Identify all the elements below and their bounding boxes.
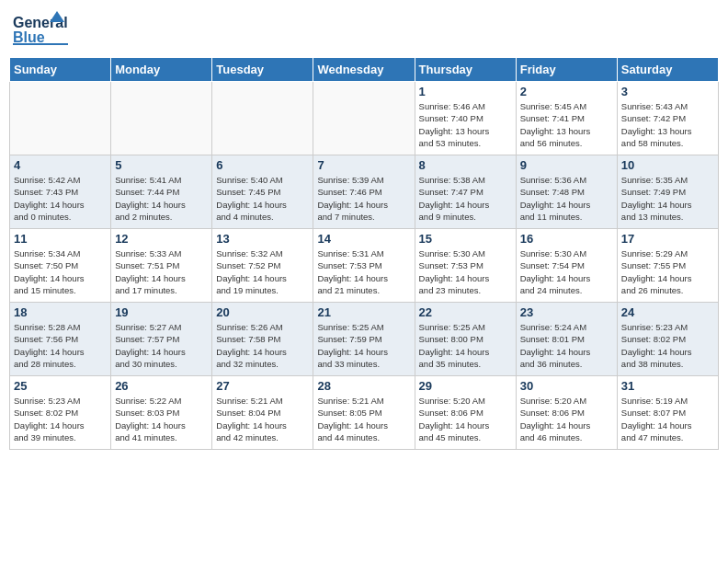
day-info-line: and 0 minutes. [14,212,71,222]
calendar-day-cell: 15Sunrise: 5:30 AMSunset: 7:53 PMDayligh… [415,229,516,303]
day-info-line: and 45 minutes. [419,432,482,442]
weekday-header-friday: Friday [516,58,617,82]
day-number: 8 [419,158,512,172]
day-info-line: Sunset: 8:00 PM [419,334,483,344]
day-info-line: Sunset: 8:02 PM [621,334,686,344]
day-info-line: Daylight: 14 hours [115,347,186,357]
day-info: Sunrise: 5:33 AMSunset: 7:51 PMDaylight:… [115,247,208,296]
day-info-line: Daylight: 14 hours [216,347,287,357]
day-info: Sunrise: 5:38 AMSunset: 7:47 PMDaylight:… [419,174,512,223]
day-info-line: Daylight: 14 hours [520,200,591,210]
day-info-line: Sunrise: 5:21 AM [216,396,282,406]
day-number: 29 [419,379,512,393]
day-info-line: Daylight: 14 hours [419,200,490,210]
day-info-line: and 30 minutes. [115,359,177,369]
calendar-day-cell: 18Sunrise: 5:28 AMSunset: 7:56 PMDayligh… [10,303,111,376]
day-info-line: Sunrise: 5:43 AM [621,101,688,111]
day-info-line: Sunset: 7:54 PM [520,260,585,270]
day-info: Sunrise: 5:25 AMSunset: 7:59 PMDaylight:… [317,321,410,370]
day-info-line: and 36 minutes. [520,359,583,369]
day-info-line: and 19 minutes. [216,285,279,295]
day-info-line: Sunset: 7:45 PM [216,187,280,197]
calendar-day-cell: 3Sunrise: 5:43 AMSunset: 7:42 PMDaylight… [617,82,718,155]
day-info-line: Daylight: 14 hours [115,273,186,283]
day-info-line: Daylight: 14 hours [216,420,287,431]
calendar-week-2: 4Sunrise: 5:42 AMSunset: 7:43 PMDaylight… [10,155,719,229]
day-info-line: Sunrise: 5:25 AM [419,322,485,332]
day-number: 10 [621,158,714,172]
calendar-day-cell: 6Sunrise: 5:40 AMSunset: 7:45 PMDaylight… [212,155,313,229]
day-number: 26 [115,379,208,393]
day-info-line: Sunset: 8:02 PM [14,408,78,418]
day-info-line: Daylight: 14 hours [621,200,692,210]
day-info-line: Daylight: 14 hours [14,347,85,357]
day-info: Sunrise: 5:36 AMSunset: 7:48 PMDaylight:… [520,174,613,223]
weekday-header-thursday: Thursday [415,58,516,82]
day-info-line: Sunrise: 5:21 AM [317,396,383,406]
calendar-day-cell: 27Sunrise: 5:21 AMSunset: 8:04 PMDayligh… [212,376,313,450]
calendar-day-cell: 5Sunrise: 5:41 AMSunset: 7:44 PMDaylight… [111,155,212,229]
day-info-line: Sunrise: 5:29 AM [621,248,688,259]
calendar-week-3: 11Sunrise: 5:34 AMSunset: 7:50 PMDayligh… [10,229,719,303]
calendar-day-cell: 12Sunrise: 5:33 AMSunset: 7:51 PMDayligh… [111,229,212,303]
day-info-line: Daylight: 14 hours [419,273,490,283]
day-info-line: and 53 minutes. [419,138,482,148]
day-info-line: Sunrise: 5:23 AM [14,396,80,406]
day-info-line: Sunrise: 5:46 AM [419,101,485,111]
day-info-line: Daylight: 14 hours [115,200,186,210]
day-info-line: and 39 minutes. [14,432,76,442]
day-info-line: and 7 minutes. [317,212,374,222]
day-info-line: and 21 minutes. [317,285,380,295]
calendar-day-cell: 14Sunrise: 5:31 AMSunset: 7:53 PMDayligh… [313,229,415,303]
day-info-line: Sunrise: 5:26 AM [216,322,282,332]
day-info-line: and 15 minutes. [14,285,76,295]
day-info-line: Sunrise: 5:33 AM [115,248,181,259]
day-info-line: Daylight: 14 hours [621,347,692,357]
day-info-line: Daylight: 14 hours [520,273,591,283]
day-info-line: Daylight: 14 hours [14,200,85,210]
day-number: 3 [621,85,714,98]
day-info-line: and 33 minutes. [317,359,380,369]
day-info-line: Sunset: 8:04 PM [216,408,280,418]
day-info-line: Sunrise: 5:19 AM [621,396,688,406]
day-info-line: and 26 minutes. [621,285,684,295]
day-info-line: Sunrise: 5:28 AM [14,322,80,332]
calendar-day-cell: 28Sunrise: 5:21 AMSunset: 8:05 PMDayligh… [313,376,415,450]
day-info: Sunrise: 5:40 AMSunset: 7:45 PMDaylight:… [216,174,309,223]
day-number: 30 [520,379,613,393]
day-info-line: and 17 minutes. [115,285,177,295]
calendar-day-cell [313,82,415,155]
calendar-day-cell [10,82,111,155]
calendar-day-cell: 26Sunrise: 5:22 AMSunset: 8:03 PMDayligh… [111,376,212,450]
day-info-line: Daylight: 14 hours [317,200,388,210]
day-info-line: Sunset: 7:42 PM [621,113,686,123]
day-info-line: Daylight: 13 hours [419,126,490,136]
day-info-line: Sunset: 7:59 PM [317,334,381,344]
weekday-header-monday: Monday [111,58,212,82]
day-number: 25 [14,379,107,393]
day-info: Sunrise: 5:34 AMSunset: 7:50 PMDaylight:… [14,247,107,296]
calendar-day-cell: 4Sunrise: 5:42 AMSunset: 7:43 PMDaylight… [10,155,111,229]
day-info: Sunrise: 5:20 AMSunset: 8:06 PMDaylight:… [419,395,512,443]
day-number: 21 [317,305,410,319]
day-info-line: Sunset: 7:43 PM [14,187,78,197]
day-info: Sunrise: 5:32 AMSunset: 7:52 PMDaylight:… [216,247,309,296]
day-number: 23 [520,305,613,319]
day-info-line: Sunrise: 5:32 AM [216,248,282,259]
day-number: 12 [115,232,208,246]
calendar-day-cell: 19Sunrise: 5:27 AMSunset: 7:57 PMDayligh… [111,303,212,376]
calendar-day-cell: 10Sunrise: 5:35 AMSunset: 7:49 PMDayligh… [617,155,718,229]
day-number: 22 [419,305,512,319]
day-info-line: Sunset: 7:50 PM [14,260,78,270]
day-info-line: and 56 minutes. [520,138,583,148]
day-info-line: Sunset: 7:49 PM [621,187,686,197]
day-info-line: Sunrise: 5:24 AM [520,322,586,332]
day-info-line: Sunrise: 5:27 AM [115,322,181,332]
day-info: Sunrise: 5:30 AMSunset: 7:53 PMDaylight:… [419,247,512,296]
day-info-line: Sunrise: 5:40 AM [216,175,282,185]
day-info-line: Sunrise: 5:30 AM [419,248,485,259]
day-info-line: Sunset: 8:06 PM [520,408,585,418]
calendar-day-cell: 22Sunrise: 5:25 AMSunset: 8:00 PMDayligh… [415,303,516,376]
day-info-line: Sunset: 7:53 PM [419,260,483,270]
logo: General Blue [13,9,68,50]
